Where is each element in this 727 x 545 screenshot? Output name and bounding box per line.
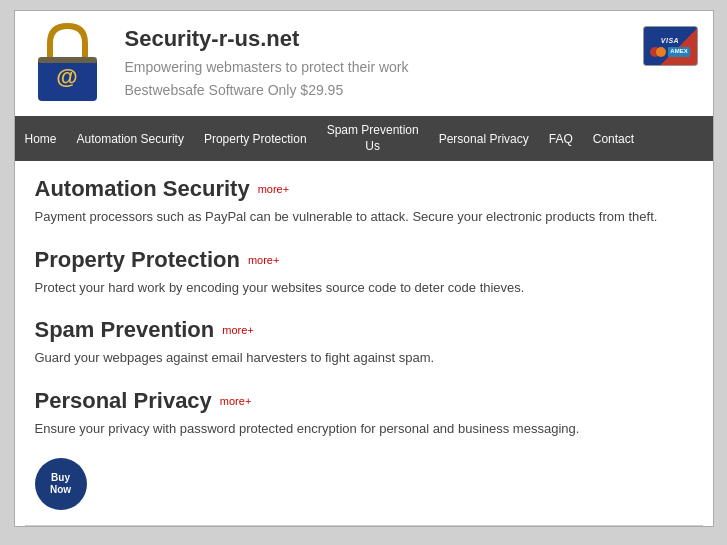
header-text: Security-r-us.net Empowering webmasters … <box>125 26 698 101</box>
subtitle-line1: Empowering webmasters to protect their w… <box>125 56 698 78</box>
nav-automation-security[interactable]: Automation Security <box>67 125 194 153</box>
navigation: Home Automation Security Property Protec… <box>15 116 713 161</box>
header: @ Security-r-us.net Empowering webmaster… <box>15 11 713 116</box>
personal-privacy-more[interactable]: more+ <box>220 395 252 407</box>
mc-right-circle <box>656 47 666 57</box>
visa-row: VISA <box>658 36 682 45</box>
nav-faq[interactable]: FAQ <box>539 125 583 153</box>
spam-prevention-heading: Spam Prevention more+ <box>35 317 693 343</box>
visa-card-icon: VISA <box>658 36 682 45</box>
subtitle-line2: Bestwebsafe Software Only $29.95 <box>125 79 698 101</box>
section-personal-privacy: Personal Privacy more+ Ensure your priva… <box>35 388 693 439</box>
payment-badge: VISA AMEX <box>643 26 698 66</box>
nav-property-protection[interactable]: Property Protection <box>194 125 317 153</box>
automation-security-heading: Automation Security more+ <box>35 176 693 202</box>
spam-prevention-desc: Guard your webpages against email harves… <box>35 348 693 368</box>
personal-privacy-desc: Ensure your privacy with password protec… <box>35 419 693 439</box>
section-property-protection: Property Protection more+ Protect your h… <box>35 247 693 298</box>
main-content: Automation Security more+ Payment proces… <box>15 161 713 525</box>
logo-icon: @ <box>30 21 105 106</box>
amex-icon: AMEX <box>668 47 689 57</box>
spam-prevention-title: Spam Prevention <box>35 317 215 343</box>
property-protection-desc: Protect your hard work by encoding your … <box>35 278 693 298</box>
svg-rect-2 <box>38 57 97 63</box>
automation-security-title: Automation Security <box>35 176 250 202</box>
mastercard-icon <box>650 47 666 57</box>
svg-text:@: @ <box>56 64 77 89</box>
buy-now-label-line2: Now <box>50 484 71 496</box>
page-container: @ Security-r-us.net Empowering webmaster… <box>14 10 714 527</box>
section-spam-prevention: Spam Prevention more+ Guard your webpage… <box>35 317 693 368</box>
mc-row: AMEX <box>650 47 689 57</box>
nav-home[interactable]: Home <box>15 125 67 153</box>
footer-divider <box>25 525 703 526</box>
property-protection-heading: Property Protection more+ <box>35 247 693 273</box>
buy-now-button[interactable]: Buy Now <box>35 458 87 510</box>
property-protection-more[interactable]: more+ <box>248 254 280 266</box>
property-protection-title: Property Protection <box>35 247 240 273</box>
nav-personal-privacy[interactable]: Personal Privacy <box>429 125 539 153</box>
personal-privacy-title: Personal Privacy <box>35 388 212 414</box>
buy-now-label-line1: Buy <box>51 472 70 484</box>
nav-contact[interactable]: Contact <box>583 125 644 153</box>
nav-spam-prevention[interactable]: Spam PreventionUs <box>317 116 429 161</box>
section-automation-security: Automation Security more+ Payment proces… <box>35 176 693 227</box>
spam-prevention-more[interactable]: more+ <box>222 324 254 336</box>
automation-security-more[interactable]: more+ <box>258 183 290 195</box>
personal-privacy-heading: Personal Privacy more+ <box>35 388 693 414</box>
automation-security-desc: Payment processors such as PayPal can be… <box>35 207 693 227</box>
site-title: Security-r-us.net <box>125 26 698 52</box>
